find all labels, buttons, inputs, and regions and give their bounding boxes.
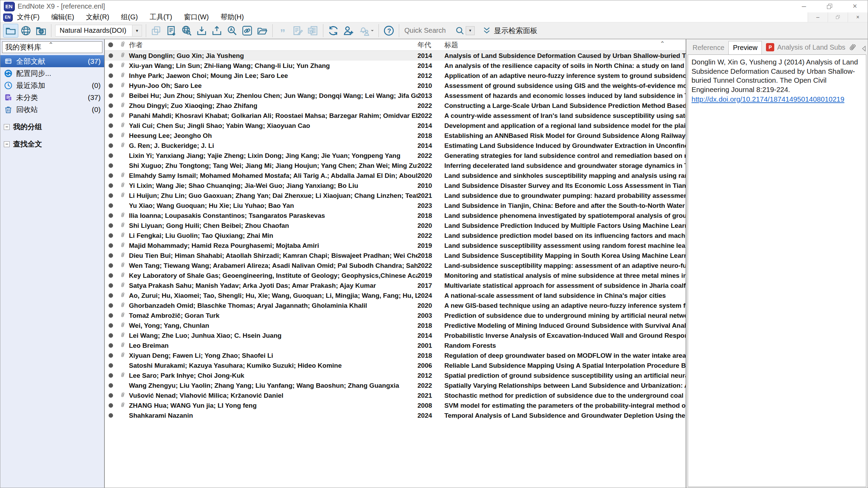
year-column-header[interactable]: 年代 — [417, 40, 444, 50]
search-icon[interactable] — [455, 26, 465, 36]
previous-pdf-icon[interactable] — [861, 45, 867, 52]
read-status-dot[interactable] — [109, 113, 113, 118]
table-row[interactable]: Yali Cui; Chen Su; Jingli Shao; Yabin Wa… — [105, 121, 686, 131]
read-status-dot[interactable] — [109, 93, 113, 98]
read-status-dot[interactable] — [109, 193, 113, 198]
search-options-dropdown[interactable]: ▼ — [466, 26, 475, 35]
sidebar-item-configure-sync[interactable]: 配置同步... — [0, 67, 104, 79]
sidebar-item-all-references[interactable]: 全部文献 (37) — [0, 55, 104, 67]
table-row[interactable]: Vušović Nenad; Vlahović Milica; Kržanovi… — [105, 390, 686, 400]
read-status-dot[interactable] — [109, 383, 113, 388]
attachment-column-header[interactable] — [119, 40, 126, 50]
tab-preview[interactable]: Preview — [728, 41, 762, 54]
read-status-dot[interactable] — [109, 313, 113, 318]
title-column-header[interactable]: 标题 — [444, 40, 686, 50]
read-status-dot[interactable] — [109, 273, 113, 278]
read-status-dot[interactable] — [109, 373, 113, 378]
collapse-expander-icon[interactable]: − — [4, 124, 10, 130]
read-status-dot[interactable] — [109, 153, 113, 158]
read-status-dot[interactable] — [109, 233, 113, 238]
goto-word-button[interactable]: W — [305, 24, 321, 38]
import-button[interactable] — [194, 24, 209, 38]
read-status-dot[interactable] — [109, 243, 113, 248]
table-row[interactable]: Ao, Zurui; Hu, Xiaomei; Tao, Shengli; Hu… — [105, 291, 686, 301]
sidebar-item-recently-added[interactable]: 最近添加 (0) — [0, 79, 104, 91]
read-status-dot[interactable] — [109, 353, 113, 358]
export-button[interactable] — [209, 24, 224, 38]
read-status-dot[interactable] — [109, 333, 113, 338]
table-row[interactable]: Shi Liyuan; Gong Huili; Chen Beibei; Zho… — [105, 221, 686, 231]
sidebar-item-unfiled[interactable]: 未分类 (37) — [0, 91, 104, 103]
read-status-dot[interactable] — [109, 203, 113, 208]
read-status-dot[interactable] — [109, 63, 113, 68]
read-status-dot[interactable] — [109, 343, 113, 348]
menu-file[interactable]: 文件(F) — [17, 12, 40, 22]
child-close-button[interactable]: × — [848, 12, 868, 22]
table-row[interactable]: Satya Prakash Sahu; Manish Yadav; Arka J… — [105, 281, 686, 291]
open-link-button[interactable] — [255, 24, 270, 38]
read-status-dot[interactable] — [109, 173, 113, 178]
read-status-dot[interactable] — [109, 53, 113, 58]
table-row[interactable]: Yi Lixin; Wang Jie; Shao Chuanqing; Jia-… — [105, 181, 686, 191]
read-status-dot[interactable] — [109, 253, 113, 258]
table-row[interactable]: Tomaž Ambrožič; Goran Turk 2003 Predicti… — [105, 311, 686, 321]
table-row[interactable]: Shi Xuguo; Zhu Tongtong; Tang Wei; Jiang… — [105, 161, 686, 171]
minimize-button[interactable]: – — [791, 0, 817, 12]
sync-button[interactable] — [326, 24, 341, 38]
library-panel-header[interactable]: 我的资料库 ⌃ — [2, 41, 102, 53]
read-status-dot[interactable] — [109, 183, 113, 188]
child-minimize-button[interactable]: – — [808, 12, 828, 22]
menu-tools[interactable]: 工具(T) — [150, 12, 172, 22]
table-row[interactable]: Hyun-Joo Oh; Saro Lee 2010 Assessment of… — [105, 81, 686, 91]
table-row[interactable]: Shahkarami Nazanin 2024 Temporal Analysi… — [105, 410, 686, 420]
child-restore-button[interactable] — [828, 12, 848, 22]
menu-groups[interactable]: 组(G) — [121, 12, 138, 22]
table-row[interactable]: Majid Mohammady; Hamid Reza Pourghasemi;… — [105, 241, 686, 251]
table-row[interactable]: ZHANG Hua; WANG Yun jia; LI Yong feng 20… — [105, 400, 686, 410]
table-row[interactable]: Xiu-yan Wang; Lin Sun; Zhi-liang Wang; C… — [105, 61, 686, 71]
table-row[interactable]: Yu Xiao; Wang Guoquan; Hu Xie; Liu Yuhao… — [105, 201, 686, 211]
table-row[interactable]: Wang Donglin; Guo Xin; Jia Yusheng 2014 … — [105, 51, 686, 61]
table-row[interactable]: Ghorbanzadeh Omid; Blaschke Thomas; Arya… — [105, 301, 686, 311]
new-reference-button[interactable] — [164, 24, 179, 38]
read-status-column-header[interactable] — [108, 42, 113, 47]
read-status-dot[interactable] — [109, 223, 113, 228]
library-dropdown[interactable]: Natural Hazards(DOI) ▼ — [55, 25, 142, 37]
read-status-dot[interactable] — [109, 123, 113, 128]
table-row[interactable]: Satoshi Murakami; Kazuya Yasuhara; Kumik… — [105, 360, 686, 370]
menu-references[interactable]: 文献(R) — [86, 12, 109, 22]
table-row[interactable]: Li Huijun; Zhu Lin; Guo Gaoxuan; Zhang Y… — [105, 191, 686, 201]
read-status-dot[interactable] — [109, 363, 113, 368]
read-status-dot[interactable] — [109, 293, 113, 298]
share-library-button[interactable] — [341, 24, 356, 38]
restore-button[interactable] — [817, 0, 842, 12]
read-status-dot[interactable] — [109, 393, 113, 398]
table-row[interactable]: Ilia Ioanna; Loupasakis Constantinos; Ts… — [105, 211, 686, 221]
table-row[interactable]: Beibei Hu; Jun Zhou; Shiyuan Xu; Zhenlou… — [105, 91, 686, 101]
read-status-dot[interactable] — [109, 213, 113, 218]
tab-pdf[interactable]: P Analysis of Land Subs — [762, 40, 861, 54]
sidebar-group-find-fulltext[interactable]: − 查找全文 — [0, 138, 104, 150]
table-row[interactable]: Lee Saro; Park Inhye; Choi Jong-Kuk 2012… — [105, 370, 686, 380]
tab-reference[interactable]: Reference — [688, 41, 728, 54]
table-row[interactable]: Heesung Lee; Jeongho Oh 2018 Establishin… — [105, 131, 686, 141]
read-status-dot[interactable] — [109, 413, 113, 418]
doi-link[interactable]: http://dx.doi.org/10.2174/18741495014080… — [692, 95, 844, 103]
read-status-dot[interactable] — [109, 323, 113, 328]
read-status-dot[interactable] — [109, 263, 113, 268]
read-status-dot[interactable] — [109, 103, 113, 108]
read-status-dot[interactable] — [109, 403, 113, 408]
copy-to-local-library-button[interactable] — [149, 24, 164, 38]
author-column-header[interactable]: 作者 — [129, 40, 417, 50]
read-status-dot[interactable] — [109, 303, 113, 308]
table-row[interactable]: Leo Breiman 2001 Random Forests — [105, 340, 686, 350]
read-status-dot[interactable] — [109, 143, 113, 148]
read-status-dot[interactable] — [109, 163, 113, 168]
table-row[interactable]: Elmahdy Samy Ismail; Mohamed Mohamed Mos… — [105, 171, 686, 181]
table-row[interactable]: Li Fengkai; Liu Guolin; Tao Qiuxiang; Zh… — [105, 231, 686, 241]
read-status-dot[interactable] — [109, 73, 113, 78]
scroll-up-icon[interactable]: ⌃ — [660, 40, 665, 48]
collapse-expander-icon[interactable]: − — [4, 141, 10, 147]
close-button[interactable]: × — [842, 0, 868, 12]
sidebar-group-my-groups[interactable]: − 我的分组 — [0, 121, 104, 133]
